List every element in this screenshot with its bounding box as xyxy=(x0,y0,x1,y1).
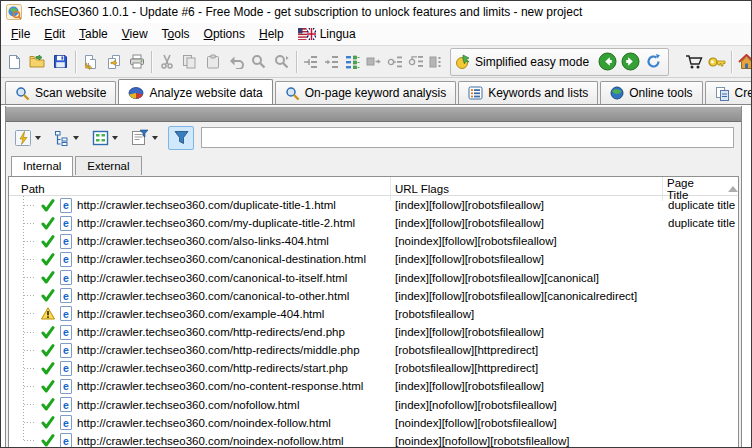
new-project-button[interactable] xyxy=(3,49,26,75)
save-project-button[interactable] xyxy=(49,49,72,75)
tab-scan-website[interactable]: Scan website xyxy=(5,81,116,104)
tab-label: Create sitemaps xyxy=(735,86,751,100)
toolbar-separator xyxy=(151,51,152,73)
indent-level-icon xyxy=(387,55,403,69)
buy-button[interactable] xyxy=(682,49,705,75)
home-button[interactable] xyxy=(735,49,751,75)
grid-view-dropdown-button[interactable] xyxy=(89,126,121,150)
refresh-button[interactable] xyxy=(642,49,665,75)
table-row[interactable]: ehttp://crawler.techseo360.com/my-duplic… xyxy=(9,214,738,232)
open-folder-icon xyxy=(29,54,46,69)
table-row[interactable]: ehttp://crawler.techseo360.com/http-redi… xyxy=(9,359,738,377)
find-button[interactable] xyxy=(247,49,270,75)
tab-label: Keywords and lists xyxy=(488,86,588,100)
paste-button[interactable] xyxy=(201,49,224,75)
menu-label: Table xyxy=(79,27,108,41)
menu-label: Options xyxy=(204,27,245,41)
table-row[interactable]: ehttp://crawler.techseo360.com/duplicate… xyxy=(9,196,738,214)
tab-keywords-and-lists[interactable]: Keywords and lists xyxy=(458,81,598,104)
refresh-icon xyxy=(645,53,662,70)
url-text: http://crawler.techseo360.com/example-40… xyxy=(77,308,324,320)
tab-label: Online tools xyxy=(629,86,692,100)
split-view-button[interactable] xyxy=(426,49,447,75)
table-row[interactable]: ehttp://crawler.techseo360.com/canonical… xyxy=(9,287,738,305)
tab-on-page-keyword-analysis[interactable]: On-page keyword analysis xyxy=(275,81,456,104)
table-row[interactable]: ehttp://crawler.techseo360.com/http-redi… xyxy=(9,341,738,359)
toolbar-separator xyxy=(75,51,76,73)
webpage-icon: e xyxy=(60,325,72,340)
undo-button[interactable] xyxy=(224,49,247,75)
copy-button[interactable] xyxy=(178,49,201,75)
path-cell: ehttp://crawler.techseo360.com/my-duplic… xyxy=(9,216,391,231)
url-text: http://crawler.techseo360.com/also-links… xyxy=(77,235,329,247)
tab-external[interactable]: External xyxy=(75,156,141,175)
back-icon xyxy=(598,52,617,71)
language-flag-icon xyxy=(298,28,316,40)
url-text: http://crawler.techseo360.com/noindex-fo… xyxy=(77,417,331,429)
export-data-button[interactable] xyxy=(102,49,125,75)
table-row[interactable]: ehttp://crawler.techseo360.com/example-4… xyxy=(9,305,738,323)
table-row[interactable]: ehttp://crawler.techseo360.com/noindex-n… xyxy=(9,432,738,447)
menu-lingua[interactable]: Lingua xyxy=(291,25,363,43)
status-ok-icon xyxy=(41,398,55,411)
status-ok-icon xyxy=(41,380,55,393)
open-project-button[interactable] xyxy=(26,49,49,75)
quick-filter-toggle-button[interactable] xyxy=(168,126,194,150)
chevron-down-icon xyxy=(35,136,41,140)
promote-item-button[interactable] xyxy=(321,49,342,75)
print-button[interactable] xyxy=(125,49,148,75)
table-row[interactable]: ehttp://crawler.techseo360.com/also-link… xyxy=(9,232,738,250)
move-item-button[interactable] xyxy=(363,49,384,75)
run-actions-dropdown-button[interactable] xyxy=(11,126,44,150)
demote-item-icon xyxy=(303,55,318,69)
status-warning-icon xyxy=(41,307,55,320)
find-next-button[interactable] xyxy=(270,49,293,75)
tab-internal[interactable]: Internal xyxy=(11,156,73,176)
demote-item-button[interactable] xyxy=(300,49,321,75)
quick-filter-input[interactable] xyxy=(201,127,734,148)
menu-edit[interactable]: Edit xyxy=(37,25,72,43)
menu-file[interactable]: File xyxy=(4,25,37,43)
table-row[interactable]: ehttp://crawler.techseo360.com/http-redi… xyxy=(9,323,738,341)
tab-create-sitemaps[interactable]: Create sitemaps xyxy=(705,81,751,104)
menu-view[interactable]: View xyxy=(115,25,155,43)
back-button[interactable] xyxy=(596,49,619,75)
indent-level-button[interactable] xyxy=(384,49,405,75)
url-text: http://crawler.techseo360.com/canonical-… xyxy=(77,290,349,302)
tab-analyze-website-data[interactable]: Analyze website data xyxy=(118,79,272,105)
menu-tools[interactable]: Tools xyxy=(155,25,197,43)
cut-button[interactable] xyxy=(155,49,178,75)
table-row[interactable]: ehttp://crawler.techseo360.com/nofollow.… xyxy=(9,396,738,414)
subtab-label: Internal xyxy=(23,160,61,172)
chevron-down-icon xyxy=(112,136,118,140)
outdent-level-button[interactable] xyxy=(405,49,426,75)
expand-tree-button[interactable] xyxy=(342,49,363,75)
table-row[interactable]: ehttp://crawler.techseo360.com/canonical… xyxy=(9,269,738,287)
tab-online-tools[interactable]: Online tools xyxy=(600,81,702,104)
panel-splitter-bar[interactable] xyxy=(6,107,741,122)
tree-connector xyxy=(24,368,36,369)
menu-table[interactable]: Table xyxy=(72,25,115,43)
register-key-button[interactable] xyxy=(705,49,728,75)
import-urls-button[interactable] xyxy=(79,49,102,75)
url-flags-cell: [robotsfileallow] xyxy=(391,308,663,320)
run-actions-icon xyxy=(14,129,32,147)
tree-view-dropdown-button[interactable] xyxy=(51,126,82,150)
forward-button[interactable] xyxy=(619,49,642,75)
table-row[interactable]: ehttp://crawler.techseo360.com/canonical… xyxy=(9,250,738,268)
cut-icon xyxy=(160,54,174,69)
menu-options[interactable]: Options xyxy=(197,25,252,43)
path-cell: ehttp://crawler.techseo360.com/http-redi… xyxy=(9,325,391,340)
find-icon xyxy=(251,54,266,69)
table-row[interactable]: ehttp://crawler.techseo360.com/noindex-f… xyxy=(9,414,738,432)
tree-connector xyxy=(24,241,36,242)
path-cell: ehttp://crawler.techseo360.com/noindex-f… xyxy=(9,415,391,430)
tree-connector xyxy=(24,332,36,333)
filter-options-dropdown-button[interactable] xyxy=(128,126,161,150)
menu-help[interactable]: Help xyxy=(252,25,291,43)
table-row[interactable]: ehttp://crawler.techseo360.com/no-conten… xyxy=(9,377,738,395)
outdent-level-icon xyxy=(408,55,424,69)
home-icon xyxy=(738,54,751,70)
simplified-easy-mode-button[interactable]: Simplified easy mode xyxy=(454,49,596,75)
paste-icon xyxy=(206,54,220,69)
